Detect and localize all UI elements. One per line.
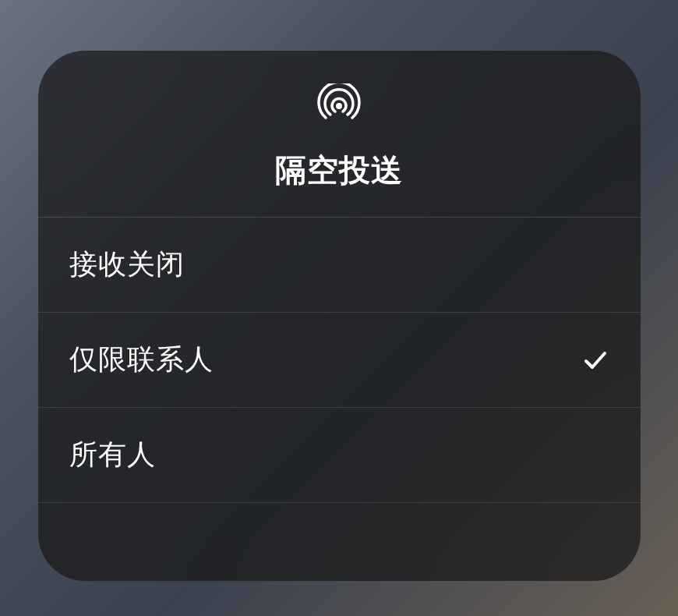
checkmark-icon	[581, 346, 609, 374]
airdrop-icon	[316, 83, 362, 124]
option-contacts-only[interactable]: 仅限联系人	[38, 313, 641, 408]
panel-header: 隔空投送	[38, 51, 641, 218]
option-everyone[interactable]: 所有人	[38, 408, 641, 503]
options-list: 接收关闭 仅限联系人 所有人	[38, 218, 641, 581]
option-label: 所有人	[69, 436, 156, 474]
option-label: 仅限联系人	[69, 341, 214, 379]
airdrop-panel: 隔空投送 接收关闭 仅限联系人 所有人	[38, 51, 641, 581]
svg-point-0	[336, 103, 342, 109]
option-label: 接收关闭	[69, 246, 185, 284]
panel-title: 隔空投送	[275, 149, 403, 192]
option-receiving-off[interactable]: 接收关闭	[38, 218, 641, 313]
